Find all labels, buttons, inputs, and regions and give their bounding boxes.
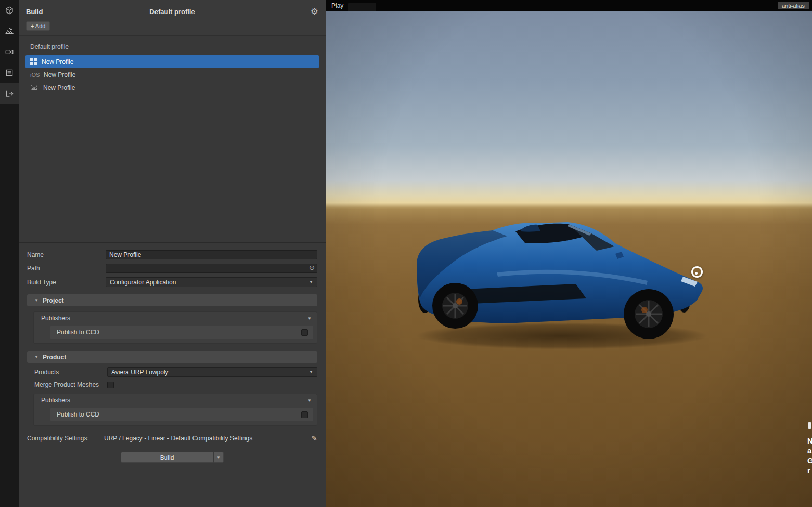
profile-item-ios[interactable]: iOS New Profile: [25, 68, 319, 81]
add-profile-button[interactable]: + Add: [26, 21, 50, 31]
chevron-down-icon: ▼: [309, 280, 313, 284]
project-publishers-box: Publishers ▼ Publish to CCD: [33, 311, 317, 344]
notes-tool-button[interactable]: [0, 62, 19, 83]
build-button-label: Build: [160, 454, 174, 461]
profile-list: Default profile New Profile iOS New Prof…: [19, 35, 326, 242]
notes-icon: [5, 68, 14, 77]
name-input[interactable]: [106, 250, 317, 259]
android-icon: [30, 84, 38, 92]
chevron-down-icon: ▼: [216, 455, 221, 460]
profile-form: Name Path ⊙ Build Type Configurator Appl…: [19, 242, 326, 507]
terrain-tool-button[interactable]: [0, 21, 19, 42]
foldout-arrow-icon: ▼: [34, 355, 38, 359]
compatibility-label: Compatibility Settings:: [27, 435, 104, 442]
product-section-header[interactable]: ▼ Product: [27, 351, 317, 363]
edge-overlay-text: N: [807, 436, 812, 446]
publish-to-ccd-checkbox[interactable]: [301, 329, 308, 336]
package-tool-button[interactable]: [0, 0, 19, 21]
publishers-label: Publishers: [41, 315, 70, 322]
product-publishers-header[interactable]: Publishers ▼: [34, 394, 317, 407]
foldout-arrow-icon: ▼: [34, 298, 38, 303]
name-label: Name: [27, 251, 106, 258]
publish-to-ccd-label: Publish to CCD: [57, 411, 99, 418]
merge-meshes-checkbox[interactable]: [107, 382, 114, 388]
camera-tool-button[interactable]: [0, 42, 19, 62]
edge-overlay-text: a: [807, 446, 811, 456]
build-type-value: Configurator Application: [110, 279, 176, 286]
profile-group-label: Default profile: [19, 41, 326, 55]
chevron-down-icon: ▼: [309, 370, 313, 374]
gear-icon[interactable]: ⚙: [311, 7, 318, 16]
build-tool-button[interactable]: [0, 83, 19, 104]
project-section-label: Project: [43, 297, 64, 304]
publish-to-ccd-row: Publish to CCD: [50, 326, 313, 339]
publish-to-ccd-row: Publish to CCD: [50, 408, 313, 421]
export-icon: [5, 89, 14, 98]
build-button[interactable]: Build: [121, 452, 213, 463]
hotspot-marker[interactable]: [691, 266, 703, 278]
windows-icon: [30, 58, 37, 65]
edge-overlay-button: [808, 422, 811, 429]
car-3d-model: [414, 215, 707, 353]
camera-icon: [5, 47, 14, 57]
chevron-down-icon: ▼: [307, 398, 312, 403]
publish-to-ccd-label: Publish to CCD: [57, 329, 99, 336]
edit-pencil-icon[interactable]: ✎: [311, 434, 317, 443]
viewport: Play anti-alias: [326, 0, 812, 507]
path-input[interactable]: [106, 264, 317, 273]
profile-item-label: New Profile: [43, 84, 75, 92]
activity-bar: [0, 0, 19, 507]
build-panel: Default profile Build ⚙ + Add Default pr…: [19, 0, 326, 507]
publishers-label: Publishers: [41, 397, 70, 404]
profile-title: Default profile: [26, 8, 318, 16]
products-dropdown[interactable]: Aviera URP Lowpoly ▼: [107, 367, 317, 377]
panel-title: Build: [26, 8, 43, 16]
app-window: Default profile Build ⚙ + Add Default pr…: [0, 0, 812, 507]
build-type-label: Build Type: [27, 279, 106, 286]
edge-overlay-text: G: [807, 456, 812, 465]
build-panel-header: Default profile Build ⚙ + Add: [19, 0, 326, 35]
object-picker-icon[interactable]: ⊙: [309, 264, 315, 271]
publish-to-ccd-checkbox[interactable]: [301, 411, 308, 418]
build-type-dropdown[interactable]: Configurator Application ▼: [106, 277, 317, 287]
edge-overlay: N a G r: [807, 422, 812, 475]
chevron-down-icon: ▼: [307, 316, 312, 321]
edge-overlay-text: r: [807, 465, 810, 475]
viewport-tab-notch: [348, 3, 376, 11]
compatibility-value: URP / Legacy - Linear - Default Compatib…: [104, 435, 252, 442]
ios-icon: iOS: [30, 72, 39, 78]
profile-item-android[interactable]: New Profile: [25, 81, 319, 94]
anti-alias-badge[interactable]: anti-alias: [778, 2, 809, 9]
project-section-header[interactable]: ▼ Project: [27, 294, 317, 306]
viewport-topbar: Play anti-alias: [326, 0, 812, 11]
profile-item-label: New Profile: [44, 71, 75, 79]
profile-item-windows[interactable]: New Profile: [25, 55, 319, 68]
path-label: Path: [27, 265, 106, 272]
merge-meshes-label: Merge Product Meshes: [34, 381, 107, 388]
products-label: Products: [34, 369, 107, 376]
project-publishers-header[interactable]: Publishers ▼: [34, 312, 317, 324]
scene-3d[interactable]: [326, 11, 812, 507]
profile-item-label: New Profile: [42, 58, 73, 66]
terrain-icon: [5, 27, 14, 36]
product-publishers-box: Publishers ▼ Publish to CCD: [33, 394, 317, 426]
product-section-label: Product: [43, 354, 66, 361]
package-icon: [5, 6, 14, 15]
play-tab[interactable]: Play: [331, 2, 343, 9]
products-value: Aviera URP Lowpoly: [111, 369, 169, 376]
build-dropdown-button[interactable]: ▼: [213, 452, 224, 463]
